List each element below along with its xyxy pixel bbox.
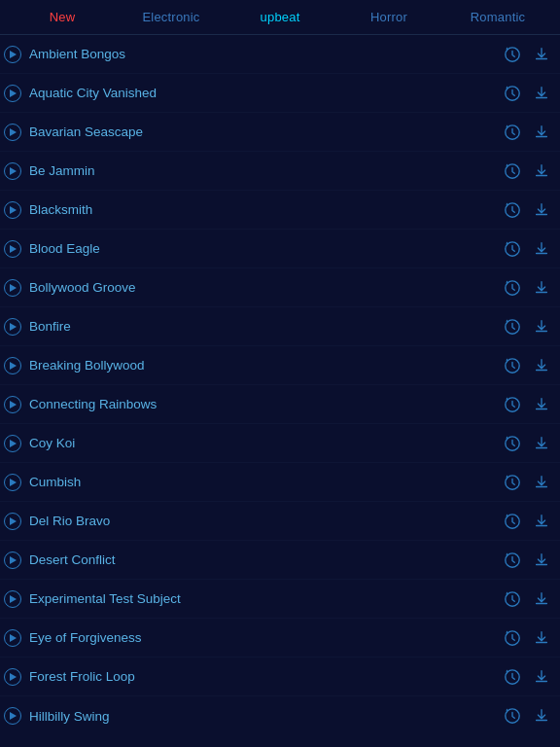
- download-icon[interactable]: [531, 355, 552, 376]
- download-icon[interactable]: [531, 83, 552, 104]
- song-title: Bonfire: [21, 319, 502, 334]
- tab-bar: NewElectronicupbeatHorrorRomantic: [0, 0, 560, 35]
- song-actions: [502, 666, 552, 688]
- song-title: Hillbilly Swing: [21, 709, 502, 724]
- clock-icon[interactable]: [502, 511, 523, 532]
- download-icon[interactable]: [531, 394, 552, 415]
- download-icon[interactable]: [531, 588, 552, 610]
- play-icon: [10, 401, 17, 409]
- clock-icon[interactable]: [502, 199, 523, 221]
- clock-icon[interactable]: [502, 666, 523, 688]
- song-row: Blood Eagle: [0, 230, 560, 268]
- play-button[interactable]: [4, 474, 21, 491]
- play-icon: [10, 245, 17, 253]
- clock-icon[interactable]: [502, 160, 523, 182]
- song-list: Ambient Bongos: [0, 35, 560, 746]
- play-button[interactable]: [4, 201, 21, 219]
- clock-icon[interactable]: [502, 550, 523, 571]
- download-icon[interactable]: [531, 666, 552, 688]
- play-button[interactable]: [4, 396, 21, 413]
- play-button[interactable]: [4, 590, 21, 608]
- play-button[interactable]: [4, 668, 21, 686]
- download-icon[interactable]: [531, 550, 552, 571]
- download-icon[interactable]: [531, 433, 552, 454]
- play-button[interactable]: [4, 240, 21, 258]
- song-actions: [502, 433, 552, 454]
- song-title: Eye of Forgiveness: [21, 630, 502, 645]
- download-icon[interactable]: [531, 277, 552, 299]
- play-icon: [10, 517, 17, 525]
- download-icon[interactable]: [531, 705, 552, 727]
- clock-icon[interactable]: [502, 355, 523, 376]
- song-title: Bavarian Seascape: [21, 124, 502, 139]
- song-actions: [502, 316, 552, 338]
- song-title: Aquatic City Vanished: [21, 86, 502, 100]
- play-button[interactable]: [4, 162, 21, 180]
- song-actions: [502, 83, 552, 104]
- play-button[interactable]: [4, 279, 21, 297]
- download-icon[interactable]: [531, 44, 552, 65]
- download-icon[interactable]: [531, 511, 552, 532]
- song-actions: [502, 705, 552, 727]
- song-title: Ambient Bongos: [21, 47, 502, 61]
- tab-romantic[interactable]: Romantic: [443, 0, 552, 34]
- clock-icon[interactable]: [502, 472, 523, 493]
- tab-new[interactable]: New: [8, 0, 117, 34]
- song-title: Blood Eagle: [21, 241, 502, 256]
- play-icon: [10, 206, 17, 214]
- download-icon[interactable]: [531, 316, 552, 338]
- song-title: Be Jammin: [21, 163, 502, 178]
- tab-upbeat[interactable]: upbeat: [226, 0, 334, 34]
- play-button[interactable]: [4, 85, 21, 102]
- song-title: Blacksmith: [21, 202, 502, 217]
- play-icon: [10, 128, 17, 136]
- download-icon[interactable]: [531, 238, 552, 260]
- song-actions: [502, 277, 552, 299]
- play-button[interactable]: [4, 435, 21, 452]
- clock-icon[interactable]: [502, 588, 523, 610]
- clock-icon[interactable]: [502, 277, 523, 299]
- song-row: Cumbish: [0, 463, 560, 502]
- song-actions: [502, 44, 552, 65]
- clock-icon[interactable]: [502, 122, 523, 143]
- tab-horror[interactable]: Horror: [334, 0, 443, 34]
- download-icon[interactable]: [531, 627, 552, 649]
- clock-icon[interactable]: [502, 83, 523, 104]
- song-row: Coy Koi: [0, 424, 560, 463]
- song-row: Breaking Bollywood: [0, 346, 560, 385]
- play-button[interactable]: [4, 318, 21, 336]
- play-icon: [10, 323, 17, 331]
- song-actions: [502, 472, 552, 493]
- song-actions: [502, 588, 552, 610]
- play-button[interactable]: [4, 629, 21, 647]
- song-row: Aquatic City Vanished: [0, 74, 560, 113]
- clock-icon[interactable]: [502, 627, 523, 649]
- play-button[interactable]: [4, 513, 21, 530]
- tab-electronic[interactable]: Electronic: [117, 0, 226, 34]
- play-button[interactable]: [4, 707, 21, 725]
- song-title: Coy Koi: [21, 436, 502, 450]
- play-button[interactable]: [4, 357, 21, 374]
- play-button[interactable]: [4, 551, 21, 569]
- play-icon: [10, 440, 17, 447]
- play-button[interactable]: [4, 124, 21, 141]
- clock-icon[interactable]: [502, 44, 523, 65]
- song-row: Bollywood Groove: [0, 268, 560, 307]
- clock-icon[interactable]: [502, 316, 523, 338]
- download-icon[interactable]: [531, 472, 552, 493]
- clock-icon[interactable]: [502, 394, 523, 415]
- download-icon[interactable]: [531, 199, 552, 221]
- clock-icon[interactable]: [502, 433, 523, 454]
- clock-icon[interactable]: [502, 238, 523, 260]
- play-button[interactable]: [4, 46, 21, 63]
- song-actions: [502, 122, 552, 143]
- download-icon[interactable]: [531, 122, 552, 143]
- play-icon: [10, 89, 17, 97]
- play-icon: [10, 556, 17, 564]
- play-icon: [10, 362, 17, 370]
- download-icon[interactable]: [531, 160, 552, 182]
- song-actions: [502, 627, 552, 649]
- clock-icon[interactable]: [502, 705, 523, 727]
- song-row: Be Jammin: [0, 152, 560, 191]
- song-title: Desert Conflict: [21, 552, 502, 567]
